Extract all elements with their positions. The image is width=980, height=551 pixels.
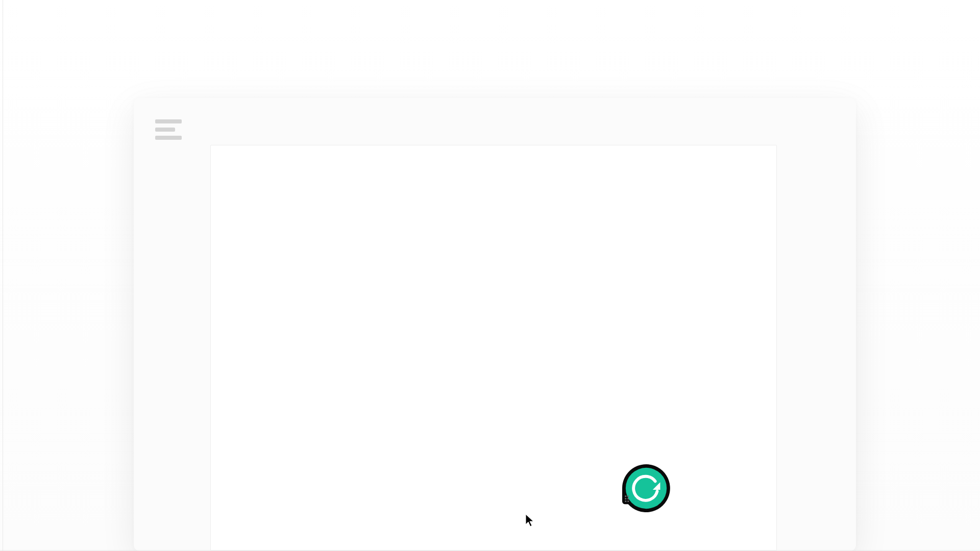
grammarly-widget-button[interactable]: [621, 463, 671, 513]
hamburger-line-icon: [155, 119, 182, 123]
document-editor[interactable]: [210, 145, 777, 551]
left-divider: [3, 0, 3, 551]
svg-point-2: [627, 495, 629, 497]
grammarly-icon: [621, 463, 671, 513]
svg-point-0: [626, 468, 667, 509]
svg-point-1: [625, 495, 626, 497]
menu-button[interactable]: [155, 119, 182, 140]
hamburger-line-icon: [155, 136, 182, 140]
svg-point-3: [625, 498, 626, 499]
svg-point-5: [625, 500, 626, 502]
svg-point-4: [627, 498, 629, 499]
hamburger-line-icon: [155, 128, 175, 132]
svg-point-6: [627, 500, 629, 502]
page-container: [0, 0, 980, 551]
app-window: [134, 98, 856, 551]
